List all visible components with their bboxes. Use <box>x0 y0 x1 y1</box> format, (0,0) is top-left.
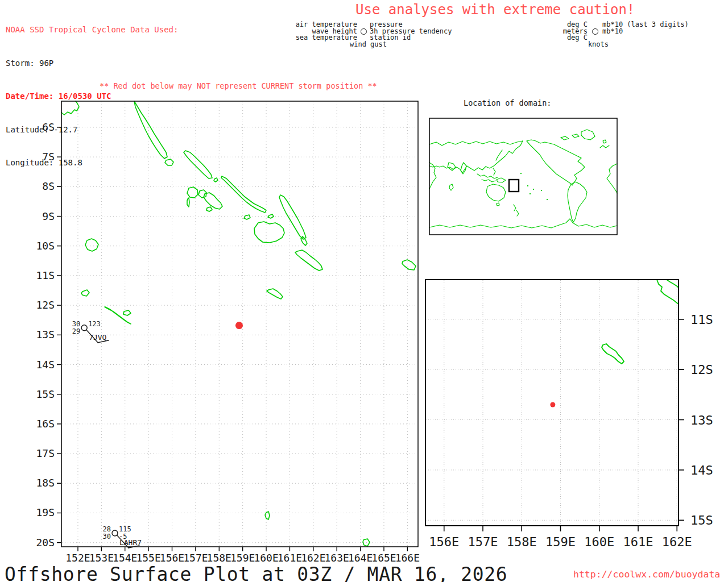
world-map-frame <box>429 118 617 235</box>
coastline <box>254 222 284 243</box>
station-pressure: 123 <box>88 320 101 328</box>
world-coastline <box>496 150 502 160</box>
y-tick-label: 15S <box>36 388 55 400</box>
station-model-legend: air temperature pressure wave height 3h … <box>250 22 452 48</box>
world-coastline <box>429 219 617 228</box>
world-coastline <box>470 141 523 171</box>
x-tick-label: 166E <box>395 552 420 564</box>
y-tick-label: 14S <box>36 359 55 371</box>
world-coastline <box>527 140 585 185</box>
coastline <box>61 101 79 115</box>
world-coastline <box>561 136 569 140</box>
y-tick-label: 12S <box>690 363 713 377</box>
main-map: 6S7S8S9S10S11S12S13S14S15S16S17S18S19S20… <box>31 97 427 571</box>
world-island-dot <box>547 199 548 200</box>
station-circle-icon <box>81 325 87 331</box>
units-row-sea: deg C <box>543 35 689 41</box>
x-tick-label: 161E <box>278 552 302 564</box>
y-tick-label: 6S <box>42 121 55 133</box>
station-air-temp: 30 <box>72 320 80 328</box>
world-island-dot <box>533 189 534 190</box>
x-tick-label: 152E <box>65 552 90 564</box>
x-tick-label: 154E <box>113 552 137 564</box>
x-tick-label: 160E <box>254 552 278 564</box>
world-coastline <box>568 182 587 222</box>
y-tick-label: 11S <box>690 313 713 327</box>
coastline <box>244 215 250 219</box>
world-coastline <box>448 163 456 171</box>
coastline <box>667 280 679 288</box>
world-coastline <box>449 184 453 190</box>
storm-dot-main <box>235 322 243 329</box>
x-tick-label: 164E <box>348 552 373 564</box>
coastline <box>214 178 218 182</box>
world-coastline <box>497 178 506 182</box>
coastline <box>165 159 173 165</box>
x-tick-label: 158E <box>207 552 231 564</box>
world-coastline <box>429 141 523 146</box>
y-tick-label: 17S <box>36 447 55 459</box>
data-source-line: NOAA SSD Tropical Cyclone Data Used: <box>6 24 178 36</box>
station-circle-icon <box>592 28 598 35</box>
x-tick-label: 159E <box>545 535 576 549</box>
station-circle-icon <box>112 530 118 536</box>
x-tick-label: 160E <box>584 535 614 549</box>
world-coastline <box>482 180 495 182</box>
y-tick-label: 13S <box>690 413 713 427</box>
world-coastline <box>486 184 506 201</box>
y-tick-label: 12S <box>36 299 55 311</box>
y-tick-label: 14S <box>690 463 713 477</box>
x-tick-label: 165E <box>371 552 396 564</box>
coastline <box>295 250 322 271</box>
y-tick-label: 11S <box>36 269 55 281</box>
coastline <box>206 207 212 211</box>
y-tick-label: 10S <box>36 240 55 252</box>
caution-title: Use analyses with extreme caution! <box>355 2 635 18</box>
world-coastline <box>603 140 606 143</box>
y-tick-label: 13S <box>36 329 55 340</box>
world-coastline <box>572 134 579 138</box>
station-id-label: LAHR7 <box>119 538 142 547</box>
source-url: http://coolwx.com/buoydata <box>573 569 720 580</box>
offshore-surface-plot-screen: NOAA SSD Tropical Cyclone Data Used: Sto… <box>0 0 728 582</box>
units-wind-gust-label: knots <box>543 41 609 48</box>
coastline <box>184 151 212 178</box>
zoomed-inset-map: 11S12S13S14S15S156E157E158E159E160E161E1… <box>421 275 728 562</box>
x-tick-label: 157E <box>468 535 498 549</box>
units-row-wave-tendency: meters mb*10 <box>543 28 689 35</box>
units-sea-temperature-label: deg C <box>543 35 588 41</box>
station-sea-temp: 30 <box>102 533 110 541</box>
x-tick-label: 155E <box>136 552 160 564</box>
x-tick-label: 162E <box>301 552 325 564</box>
y-tick-label: 9S <box>42 210 55 222</box>
x-tick-label: 156E <box>160 552 184 564</box>
storm-dot-inset <box>550 402 555 408</box>
coastline <box>134 101 167 159</box>
world-coastline <box>516 210 519 216</box>
world-coastline <box>607 164 617 193</box>
x-tick-label: 161E <box>623 535 653 549</box>
station-air-temp: 28 <box>102 525 110 533</box>
station-sea-temp: 29 <box>72 327 80 335</box>
x-tick-label: 159E <box>230 552 255 564</box>
world-locator-map <box>428 117 619 237</box>
x-tick-label: 157E <box>183 552 208 564</box>
x-tick-label: 156E <box>429 535 459 549</box>
coastline <box>657 280 679 304</box>
x-tick-label: 163E <box>325 552 349 564</box>
world-coastline <box>497 203 499 206</box>
world-coastline <box>600 146 609 148</box>
y-tick-label: 16S <box>36 418 55 430</box>
coastline <box>85 239 98 251</box>
x-tick-label: 153E <box>89 552 114 564</box>
station-pressure: 115 <box>119 525 131 533</box>
domain-box <box>509 180 519 192</box>
world-coastline <box>581 130 595 140</box>
coastline <box>402 260 416 270</box>
world-island-dot <box>541 190 542 191</box>
storm-position-warning: ** Red dot below may NOT represent CURRE… <box>100 81 377 90</box>
coastline <box>81 290 89 296</box>
station-plot-7JVQ: 30123297JVQ <box>72 320 109 343</box>
coastline <box>279 195 306 239</box>
plot-title: Offshore Surface Plot at 03Z / MAR 16, 2… <box>5 563 507 582</box>
